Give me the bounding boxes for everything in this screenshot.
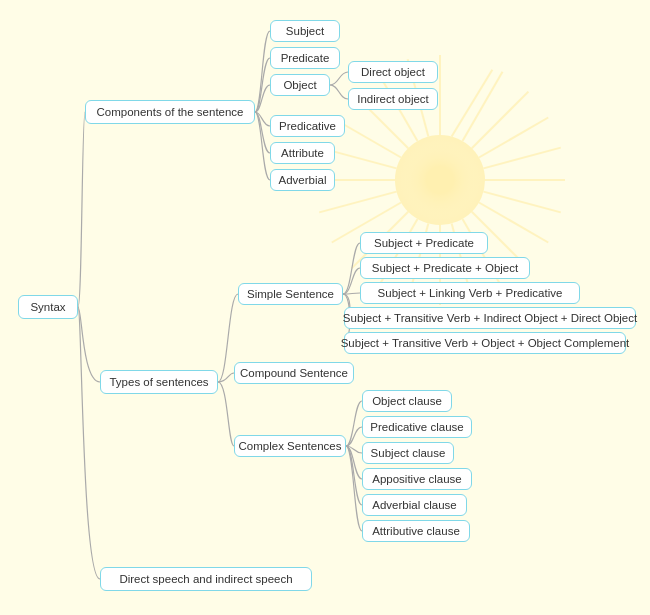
- components-node: Components of the sentence: [85, 100, 255, 124]
- predicative-clause-node: Predicative clause: [362, 416, 472, 438]
- predicate-node: Predicate: [270, 47, 340, 69]
- object-node: Object: [270, 74, 330, 96]
- svg-point-25: [395, 135, 485, 225]
- sp-node: Subject + Predicate: [360, 232, 488, 254]
- svg-line-9: [479, 203, 548, 243]
- adverbial-clause-node: Adverbial clause: [362, 494, 467, 516]
- svg-line-4: [472, 92, 529, 149]
- background: Syntax Components of the sentence Subjec…: [0, 0, 650, 615]
- indirect-object-node: Indirect object: [348, 88, 438, 110]
- syntax-node: Syntax: [18, 295, 78, 319]
- spo-node: Subject + Predicate + Object: [360, 257, 530, 279]
- object-clause-node: Object clause: [362, 390, 452, 412]
- attributive-clause-node: Attributive clause: [362, 520, 470, 542]
- stviodo-node: Subject + Transitive Verb + Indirect Obj…: [344, 307, 636, 329]
- svg-line-6: [483, 148, 560, 169]
- complex-node: Complex Sentences: [234, 435, 346, 457]
- attribute-node: Attribute: [270, 142, 335, 164]
- types-node: Types of sentences: [100, 370, 218, 394]
- subject-clause-node: Subject clause: [362, 442, 454, 464]
- svg-line-18: [319, 192, 396, 213]
- svg-line-8: [483, 192, 560, 213]
- svg-line-3: [463, 72, 503, 141]
- direct-object-node: Direct object: [348, 61, 438, 83]
- compound-node: Compound Sentence: [234, 362, 354, 384]
- svg-line-5: [479, 118, 548, 158]
- slvp-node: Subject + Linking Verb + Predicative: [360, 282, 580, 304]
- direct-speech-node: Direct speech and indirect speech: [100, 567, 312, 591]
- appositive-clause-node: Appositive clause: [362, 468, 472, 490]
- adverbial-node: Adverbial: [270, 169, 335, 191]
- predicative-node: Predicative: [270, 115, 345, 137]
- simple-sentence-node: Simple Sentence: [238, 283, 343, 305]
- svg-line-2: [452, 64, 493, 142]
- stvoc-node: Subject + Transitive Verb + Object + Obj…: [344, 332, 626, 354]
- subject-node: Subject: [270, 20, 340, 42]
